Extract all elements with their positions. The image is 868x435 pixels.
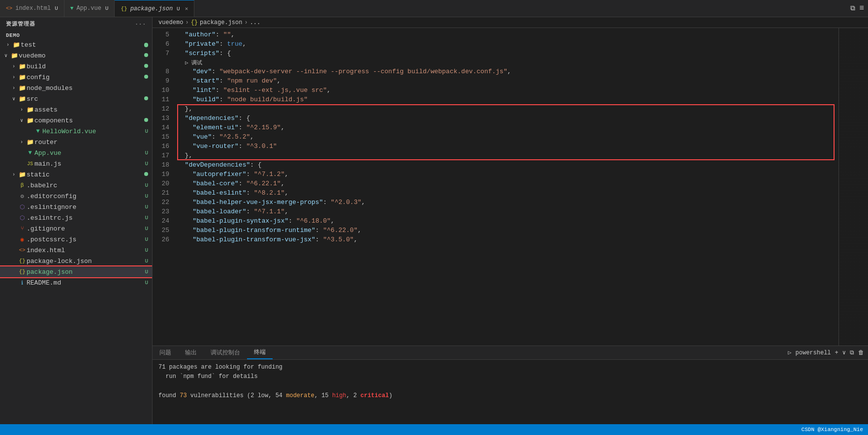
folder-icon-build: 📁 [18, 63, 27, 70]
badge-app-vue: U [145, 150, 148, 156]
code-line-12: 12 }, [153, 104, 838, 114]
sidebar-item-eslintrc-js[interactable]: › ⬡ .eslintrc.js U [0, 212, 152, 223]
json-icon-pkg: {} [18, 269, 27, 275]
folder-icon-src: 📁 [18, 95, 27, 103]
code-line-22: 22 "babel-helper-vue-jsx-merge-props": "… [153, 198, 838, 207]
git-icon: ⑂ [18, 226, 27, 232]
label-app-vue-tree: App.vue [34, 149, 145, 157]
sidebar-item-main-js[interactable]: › JS main.js U [0, 158, 152, 169]
tab-package-json[interactable]: {} package.json U ✕ [115, 0, 194, 17]
code-line-24: 24 "babel-plugin-syntax-jsx": "^6.18.0", [153, 216, 838, 226]
sidebar-item-test[interactable]: › 📁 test [0, 39, 152, 50]
line-content-25: "babel-plugin-transform-runtime": "^6.22… [177, 226, 838, 235]
split-editor-icon[interactable]: ⧉ [850, 4, 855, 12]
bottom-panel: 问题 输出 调试控制台 终端 ▷ powershell + ∨ ⧉ 🗑 [153, 346, 868, 424]
panel-tab-debug-label: 调试控制台 [211, 348, 240, 357]
label-src: src [27, 95, 144, 103]
sidebar-item-helloworld-vue[interactable]: › ▼ HelloWorld.vue U [0, 126, 152, 137]
sidebar-item-package-json-file[interactable]: › {} package.json U [0, 266, 152, 277]
label-assets: assets [34, 106, 152, 114]
sidebar-item-postcssrc-js[interactable]: › ◉ .postcssrc.js U [0, 234, 152, 245]
line-num-17: 17 [153, 151, 177, 160]
sidebar-item-src[interactable]: ∨ 📁 src [0, 93, 152, 104]
badge-test [144, 43, 148, 47]
sidebar-item-static[interactable]: › 📁 static [0, 169, 152, 180]
label-package-json-file: package.json [27, 268, 145, 276]
terminal-shell-label: ▷ [788, 349, 791, 356]
panel-tab-problems[interactable]: 问题 [153, 346, 178, 359]
md-icon: ℹ [18, 280, 27, 286]
label-eslintrc-js: .eslintrc.js [27, 214, 145, 222]
sidebar-item-package-lock-json[interactable]: › {} package-lock.json U [0, 256, 152, 266]
label-components: components [34, 117, 144, 124]
sidebar-item-eslintignore[interactable]: › ⬡ .eslintignore U [0, 202, 152, 212]
label-postcssrc-js: .postcssrc.js [27, 236, 145, 243]
sidebar-item-editorconfig[interactable]: › ⚙ .editorconfig U [0, 191, 152, 202]
tabs-area: <> index.html U ▼ App.vue U {} package.j… [0, 0, 850, 17]
main-layout: 资源管理器 ··· DEMO › 📁 test ∨ 📁 vuedemo › [0, 17, 868, 424]
code-line-23: 23 "babel-loader": "^7.1.1", [153, 207, 838, 216]
panel-tabs: 问题 输出 调试控制台 终端 ▷ powershell + ∨ ⧉ 🗑 [153, 346, 868, 360]
line-content-20: "babel-core": "^6.22.1", [177, 179, 838, 188]
sidebar-item-gitignore[interactable]: › ⑂ .gitignore U [0, 223, 152, 234]
line-content-8: "dev": "webpack-dev-server --inline --pr… [177, 67, 838, 76]
code-editor[interactable]: 5 "author": "", 6 "private": true, 7 "sc… [153, 28, 838, 346]
line-num-6: 6 [153, 39, 177, 49]
badge-babelrc: U [145, 182, 148, 188]
sidebar-item-node-modules[interactable]: › 📁 node_modules [0, 83, 152, 93]
tab-label-package-json: package.json [130, 5, 173, 12]
breadcrumb-dots: ... [250, 19, 261, 26]
panel-dropdown-icon[interactable]: ∨ [842, 349, 846, 356]
sidebar-item-config[interactable]: › 📁 config [0, 72, 152, 83]
badge-index-html: U [145, 247, 148, 253]
sidebar-item-app-vue-tree[interactable]: › ▼ App.vue U [0, 147, 152, 158]
sidebar-item-assets[interactable]: › 📁 assets [0, 104, 152, 115]
sidebar-item-readme-md[interactable]: › ℹ README.md U [0, 277, 152, 288]
panel-tab-output-label: 输出 [185, 348, 197, 357]
badge-components [144, 117, 148, 123]
line-content-18: "devDependencies": { [177, 160, 838, 170]
line-num-9: 9 [153, 76, 177, 86]
arrow-vuedemo: ∨ [2, 53, 10, 58]
tab-label-index-html: index.html [15, 5, 51, 12]
sidebar-item-components[interactable]: ∨ 📁 components [0, 115, 152, 126]
panel-trash-icon[interactable]: 🗑 [858, 349, 864, 356]
breadcrumb: vuedemo › {} package.json › ... [153, 17, 868, 28]
more-icon[interactable]: ··· [135, 21, 146, 27]
line-num-20: 20 [153, 179, 177, 188]
tab-close-package-json[interactable]: ✕ [185, 5, 188, 12]
arrow-main-js: › [18, 161, 26, 167]
badge-helloworld: U [145, 128, 148, 134]
panel-content[interactable]: 71 packages are looking for funding run … [153, 360, 868, 424]
label-static: static [27, 171, 144, 178]
html-icon: <> [6, 5, 12, 11]
panel-tab-debug-console[interactable]: 调试控制台 [204, 346, 247, 359]
more-actions-icon[interactable]: ≡ [859, 4, 864, 13]
postcss-icon: ◉ [18, 236, 27, 243]
line-content-11: "build": "node build/build.js" [177, 95, 838, 104]
line-num-25: 25 [153, 226, 177, 235]
eslintrc-icon: ⬡ [18, 214, 27, 222]
arrow-node-modules: › [10, 86, 18, 91]
badge-vuedemo [144, 53, 148, 58]
panel-add-icon[interactable]: + [835, 349, 838, 356]
breadcrumb-sep1: › [185, 19, 188, 26]
sidebar-title: 资源管理器 [6, 20, 35, 28]
sidebar-item-babelrc[interactable]: › β .babelrc U [0, 180, 152, 191]
badge-static [144, 172, 148, 177]
panel-tab-problems-label: 问题 [159, 348, 171, 357]
sidebar-item-router[interactable]: › 📁 router [0, 137, 152, 147]
line-num-26: 26 [153, 235, 177, 244]
line-content-5: "author": "", [177, 30, 838, 39]
panel-split-icon[interactable]: ⧉ [850, 349, 854, 356]
panel-tab-terminal[interactable]: 终端 [247, 346, 273, 359]
folder-icon-assets: 📁 [26, 106, 34, 114]
line-content-24: "babel-plugin-syntax-jsx": "^6.18.0", [177, 216, 838, 226]
tab-index-html[interactable]: <> index.html U [0, 0, 64, 17]
sidebar-item-build[interactable]: › 📁 build [0, 61, 152, 72]
panel-tab-output[interactable]: 输出 [178, 346, 204, 359]
sidebar-item-index-html[interactable]: › <> index.html U [0, 245, 152, 256]
sidebar-item-vuedemo[interactable]: ∨ 📁 vuedemo [0, 50, 152, 61]
arrow-build: › [10, 64, 18, 69]
tab-app-vue[interactable]: ▼ App.vue U [64, 0, 115, 17]
